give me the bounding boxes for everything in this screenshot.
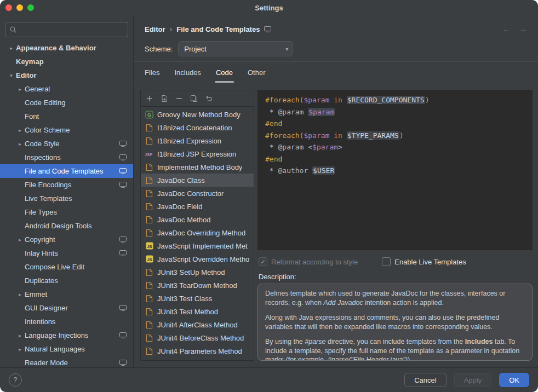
sidebar-item-label: General: [25, 85, 50, 93]
template-item-junit4-parameters-method[interactable]: JUnit4 Parameters Method: [141, 344, 254, 358]
chevron-right-icon[interactable]: ▸: [15, 141, 25, 147]
tab-includes[interactable]: Includes: [174, 62, 201, 83]
template-item-groovy-new-method-body[interactable]: GGroovy New Method Body: [141, 108, 254, 121]
create-child-template-button[interactable]: [161, 95, 168, 102]
sidebar-item-appearance-behavior[interactable]: ▸Appearance & Behavior: [0, 41, 133, 55]
template-item-javadoc-constructor[interactable]: JavaDoc Constructor: [141, 187, 254, 200]
sidebar-item-color-scheme[interactable]: ▸Color Scheme: [0, 123, 133, 137]
chevron-right-icon[interactable]: ▸: [15, 87, 25, 92]
copy-template-button[interactable]: [190, 95, 198, 102]
template-options: ✓ Reformat according to style Enable Liv…: [257, 255, 533, 269]
sidebar-item-live-templates[interactable]: Live Templates: [0, 192, 133, 205]
sidebar-item-label: Live Templates: [25, 194, 72, 203]
template-item-implemented-method-body[interactable]: Implemented Method Body: [141, 160, 254, 174]
template-item-junit3-setup-method[interactable]: JUnit3 SetUp Method: [141, 266, 254, 279]
template-item-javadoc-method[interactable]: JavaDoc Method: [141, 213, 254, 226]
template-item-junit3-test-class[interactable]: JUnit3 Test Class: [141, 292, 254, 305]
template-item-javascript-implemented-met[interactable]: JSJavaScript Implemented Met: [141, 239, 254, 252]
scheme-select[interactable]: Project ▾: [178, 41, 293, 56]
template-item-javadoc-class[interactable]: JavaDoc Class: [141, 174, 254, 187]
template-item-label: JUnit3 Test Class: [157, 295, 212, 303]
sidebar-item-font[interactable]: Font: [0, 109, 133, 123]
template-item-junit3-test-method[interactable]: JUnit3 Test Method: [141, 305, 254, 318]
sidebar-item-label: Language Injections: [25, 331, 88, 339]
code-line: * @param <$param>: [265, 141, 525, 153]
template-item-junit4-afterclass-method[interactable]: JUnit4 AfterClass Method: [141, 318, 254, 331]
back-button[interactable]: ←: [502, 24, 510, 33]
forward-button[interactable]: →: [519, 24, 527, 33]
sidebar-item-emmet[interactable]: ▸Emmet: [0, 287, 133, 301]
chevron-right-icon[interactable]: ▸: [15, 292, 25, 297]
template-item-label: JavaDoc Method: [157, 216, 211, 224]
template-item-junit4-setup-method[interactable]: JUnit4 SetUp Method: [141, 358, 254, 360]
sidebar-item-code-style[interactable]: ▸Code Style: [0, 137, 133, 151]
sidebar-item-duplicates[interactable]: Duplicates: [0, 274, 133, 287]
checkbox-checked-icon[interactable]: ✓: [259, 257, 267, 266]
sidebar-item-label: Font: [25, 112, 39, 120]
chevron-right-icon[interactable]: ▸: [15, 333, 25, 338]
template-item-javascript-overridden-metho[interactable]: JSJavaScript Overridden Metho: [141, 252, 254, 266]
sidebar-item-gui-designer[interactable]: GUI Designer: [0, 301, 133, 315]
apply-button[interactable]: Apply: [454, 373, 492, 387]
minimize-button[interactable]: [16, 4, 23, 11]
sidebar-item-file-and-code-templates[interactable]: File and Code Templates: [0, 164, 133, 178]
ok-button[interactable]: OK: [499, 373, 529, 387]
breadcrumb-item-editor[interactable]: Editor: [145, 25, 165, 33]
editor-settings-icon: [119, 332, 127, 338]
file-template-icon: [145, 321, 154, 329]
sidebar-item-compose-live-edit[interactable]: Compose Live Edit: [0, 260, 133, 274]
close-button[interactable]: [5, 4, 12, 11]
template-item-i18nized-concatenation[interactable]: I18nized Concatenation: [141, 121, 254, 134]
file-template-icon: [145, 308, 154, 316]
sidebar-item-general[interactable]: ▸General: [0, 82, 133, 96]
sidebar-item-label: File Encodings: [25, 181, 71, 189]
template-item-junit4-beforeclass-method[interactable]: JUnit4 BeforeClass Method: [141, 331, 254, 344]
remove-template-button[interactable]: [175, 95, 183, 102]
editor-settings-icon: [264, 26, 271, 32]
tab-other[interactable]: Other: [248, 62, 266, 83]
sidebar-item-inlay-hints[interactable]: Inlay Hints: [0, 246, 133, 260]
add-template-button[interactable]: [146, 95, 153, 102]
template-editor[interactable]: #foreach($param in $RECORD_COMPONENTS) *…: [257, 90, 533, 250]
sidebar-item-android-design-tools[interactable]: Android Design Tools: [0, 219, 133, 233]
chevron-right-icon[interactable]: ▸: [15, 347, 25, 352]
sidebar-item-copyright[interactable]: ▸Copyright: [0, 233, 133, 246]
template-item-javadoc-field[interactable]: JavaDoc Field: [141, 200, 254, 213]
chevron-right-icon[interactable]: ▸: [15, 128, 25, 133]
template-item-label: I18nized JSP Expression: [157, 150, 236, 158]
template-item-label: I18nized Concatenation: [157, 124, 232, 132]
sidebar-item-keymap[interactable]: Keymap: [0, 55, 133, 68]
description-panel: Defines template which used to generate …: [257, 284, 533, 361]
tab-code[interactable]: Code: [216, 62, 233, 83]
template-item-javadoc-overriding-method[interactable]: JavaDoc Overriding Method: [141, 226, 254, 239]
file-template-icon: [145, 163, 154, 171]
sidebar-item-file-encodings[interactable]: File Encodings: [0, 178, 133, 192]
enable-live-templates-checkbox[interactable]: Enable Live Templates: [382, 257, 466, 266]
template-item-i18nized-expression[interactable]: I18nized Expression: [141, 134, 254, 147]
chevron-right-icon[interactable]: ▸: [7, 45, 16, 51]
zoom-button[interactable]: [27, 4, 34, 11]
code-line: * @author $USER: [265, 165, 525, 177]
sidebar-item-file-types[interactable]: File Types: [0, 205, 133, 219]
cancel-button[interactable]: Cancel: [404, 373, 446, 387]
reformat-checkbox[interactable]: ✓ Reformat according to style: [259, 257, 358, 266]
chevron-right-icon[interactable]: ▸: [15, 237, 25, 243]
template-item-label: Groovy New Method Body: [157, 111, 241, 119]
sidebar-item-reader-mode[interactable]: Reader Mode: [0, 356, 133, 367]
settings-search-input[interactable]: [5, 22, 128, 37]
sidebar-item-language-injections[interactable]: ▸Language Injections: [0, 328, 133, 342]
sidebar-item-intentions[interactable]: Intentions: [0, 315, 133, 328]
template-item-i18nized-jsp-expression[interactable]: JSPI18nized JSP Expression: [141, 147, 254, 160]
checkbox-unchecked-icon[interactable]: [382, 257, 391, 266]
sidebar-item-editor[interactable]: ▾Editor: [0, 68, 133, 82]
sidebar-item-code-editing[interactable]: Code Editing: [0, 96, 133, 109]
chevron-down-icon[interactable]: ▾: [7, 73, 16, 78]
help-button[interactable]: ?: [9, 373, 22, 387]
sidebar-item-inspections[interactable]: Inspections: [0, 151, 133, 164]
sidebar-item-natural-languages[interactable]: ▸Natural Languages: [0, 342, 133, 356]
tab-files[interactable]: Files: [145, 62, 159, 83]
lower-area: GGroovy New Method BodyI18nized Concaten…: [134, 83, 538, 367]
reset-to-default-button[interactable]: [205, 95, 213, 102]
template-item-junit3-teardown-method[interactable]: JUnit3 TearDown Method: [141, 279, 254, 292]
titlebar: Settings: [0, 0, 538, 15]
